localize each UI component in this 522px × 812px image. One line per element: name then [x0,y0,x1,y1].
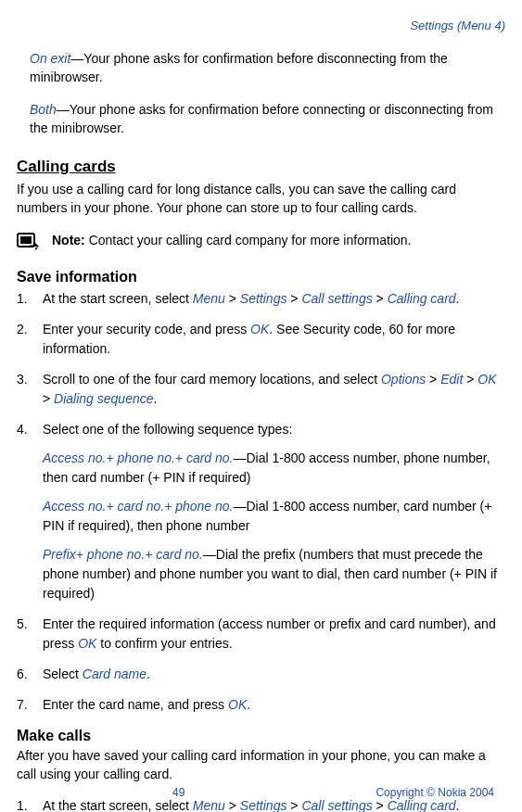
step-item: 1.At the start screen, select Menu > Set… [17,289,505,309]
note-icon [17,233,43,256]
note-body: Contact your calling card company for mo… [85,233,412,247]
option-desc: —Your phone asks for confirmation before… [30,102,493,135]
menu-path-link: OK [250,322,269,336]
sequence-option: Access no.+ phone no.+ card no.—Dial 1-8… [43,449,505,488]
menu-path-link: Call settings [301,798,372,812]
heading-save-information: Save information [17,269,505,285]
sequence-option: Access no.+ card no.+ phone no.—Dial 1-8… [43,497,505,536]
step-item: 7.Enter the card name, and press OK. [17,695,505,715]
menu-path-link: Dialing sequence [54,391,153,406]
step-item: 6.Select Card name. [17,665,505,684]
option-desc: —Your phone asks for confirmation before… [30,51,448,84]
menu-path-link: OK [477,372,496,387]
step-body: Enter the card name, and press OK. [43,695,505,715]
sequence-term: Access no.+ card no.+ phone no. [43,499,233,514]
step-number: 6. [17,665,33,684]
menu-path-link: OK [228,697,247,712]
sequence-term: Access no.+ phone no.+ card no. [43,450,233,465]
step-number: 2. [17,320,33,359]
step-body: Enter the required information (access n… [43,615,505,653]
copyright: Copyright © Nokia 2004 [376,786,494,799]
page-number: 49 [172,786,185,799]
make-calls-intro: After you have saved your calling card i… [17,746,505,784]
menu-path-link: Edit [440,372,463,387]
step-number: 4. [17,420,33,603]
menu-path-link: Call settings [301,291,372,306]
step-body: Scroll to one of the four card memory lo… [43,370,505,409]
breadcrumb: Settings (Menu 4) [17,19,505,32]
step-number: 5. [17,615,33,653]
menu-path-link: Card name [83,666,146,681]
step-body: Select Card name. [43,665,505,684]
sequence-option: Prefix+ phone no.+ card no.—Dial the pre… [43,545,505,603]
intro-option: Both—Your phone asks for confirmation be… [30,100,505,138]
menu-path-link: Calling card [388,798,456,812]
page-content: Settings (Menu 4) On exit—Your phone ask… [0,0,522,812]
step-body: At the start screen, select Menu > Setti… [43,289,505,309]
heading-make-calls: Make calls [17,728,505,744]
step-item: 2.Enter your security code, and press OK… [17,320,505,359]
menu-path-link: Options [381,372,426,387]
sequence-term: Prefix+ phone no.+ card no. [43,547,203,562]
intro-options: On exit—Your phone asks for confirmation… [17,49,505,137]
step-number: 1. [17,289,33,309]
calling-cards-intro: If you use a calling card for long dista… [17,180,505,218]
step-number: 3. [17,370,33,409]
step-body: Enter your security code, and press OK. … [43,320,505,359]
menu-path-link: Settings [240,798,287,812]
step-body: Select one of the following sequence typ… [43,420,505,603]
step-item: 4.Select one of the following sequence t… [17,420,505,603]
step-item: 5.Enter the required information (access… [17,615,505,653]
menu-path-link: Menu [193,291,225,306]
menu-path-link: Settings [240,291,287,306]
step-item: 3.Scroll to one of the four card memory … [17,370,505,409]
option-term: On exit [30,51,70,66]
note-row: Note: Contact your calling card company … [17,231,505,256]
menu-path-link: Calling card [388,291,456,306]
heading-calling-cards: Calling cards [17,158,505,176]
note-text: Note: Contact your calling card company … [52,231,505,249]
option-term: Both [30,102,57,117]
menu-path-link: Menu [193,798,225,812]
page-footer: 49 Copyright © Nokia 2004 [0,786,522,799]
svg-rect-1 [20,236,32,244]
note-label: Note: [52,233,85,247]
step-number: 7. [17,695,33,715]
intro-option: On exit—Your phone asks for confirmation… [30,49,505,87]
menu-path-link: OK [78,636,96,651]
save-steps-list: 1.At the start screen, select Menu > Set… [17,289,505,715]
